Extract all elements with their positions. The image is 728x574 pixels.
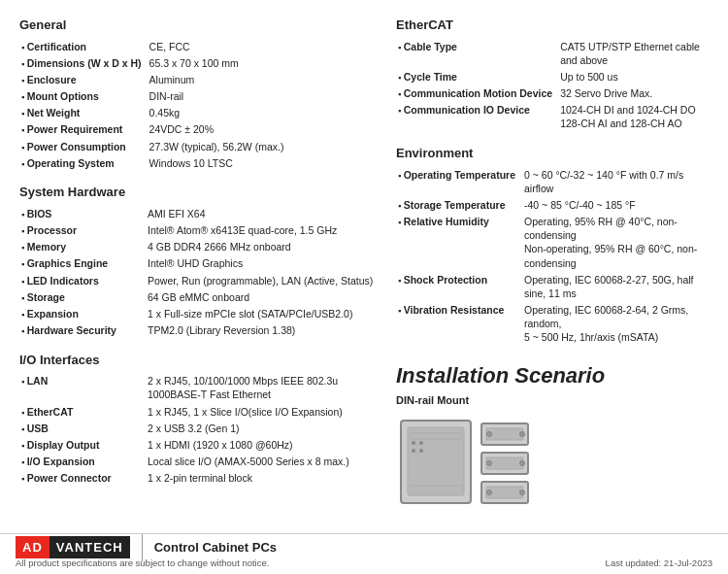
- table-row: Dimensions (W x D x H)65.3 x 70 x 100 mm: [19, 54, 379, 71]
- spec-value: Operating, IEC 60068-2-27, 50G, half sin…: [522, 271, 709, 301]
- svg-point-12: [520, 432, 525, 437]
- spec-label: Storage: [19, 288, 146, 305]
- spec-value: 65.3 x 70 x 100 mm: [148, 54, 379, 71]
- table-row: I/O ExpansionLocal slice I/O (AMAX-5000 …: [19, 454, 379, 470]
- spec-value: Aluminum: [148, 71, 379, 87]
- table-row: Power Consumption27.3W (typical), 56.2W …: [19, 138, 379, 154]
- spec-label: Certification: [19, 38, 148, 54]
- footer-logo-ad: AD: [16, 536, 50, 558]
- spec-value: 1 x 2-pin terminal block: [146, 470, 379, 487]
- device-svg: [396, 416, 551, 513]
- environment-section-title: Environment: [396, 146, 709, 160]
- spec-label: EtherCAT: [19, 403, 146, 420]
- spec-label: Communication Motion Device: [396, 85, 558, 102]
- table-row: Display Output1 x HDMI (1920 x 1080 @60H…: [19, 436, 379, 453]
- spec-value: 64 GB eMMC onboard: [146, 288, 379, 305]
- table-row: Storage64 GB eMMC onboard: [19, 288, 379, 305]
- spec-label: Vibration Resistance: [396, 302, 522, 347]
- spec-label: BIOS: [19, 205, 146, 221]
- table-row: Relative HumidityOperating, 95% RH @ 40°…: [396, 214, 709, 272]
- spec-label: USB: [19, 420, 146, 436]
- table-row: Communication IO Device1024-CH DI and 10…: [396, 102, 709, 132]
- svg-point-19: [487, 490, 492, 495]
- svg-point-16: [520, 461, 525, 466]
- io-interfaces-spec-table: LAN2 x RJ45, 10/100/1000 Mbps IEEE 802.3…: [19, 373, 379, 487]
- footer: AD VANTECH Control Cabinet PCs All produ…: [0, 533, 728, 574]
- io-interfaces-section-title: I/O Interfaces: [19, 353, 379, 367]
- table-row: Memory4 GB DDR4 2666 MHz onboard: [19, 239, 379, 255]
- footer-logo-vantech: VANTECH: [50, 536, 130, 558]
- spec-value: Intel® Atom® x6413E quad-core, 1.5 GHz: [146, 222, 379, 239]
- spec-value: -40 ~ 85 °C/-40 ~ 185 °F: [522, 196, 709, 213]
- svg-point-15: [487, 461, 492, 466]
- spec-value: 32 Servo Drive Max.: [558, 85, 709, 102]
- table-row: Expansion1 x Full-size mPCIe slot (SATA/…: [19, 305, 379, 321]
- table-row: Power Connector1 x 2-pin terminal block: [19, 470, 379, 487]
- spec-label: Processor: [19, 222, 146, 239]
- spec-label: Communication IO Device: [396, 102, 558, 132]
- system-hardware-spec-table: BIOSAMI EFI X64ProcessorIntel® Atom® x64…: [19, 205, 379, 338]
- spec-value: 24VDC ± 20%: [148, 121, 379, 138]
- spec-label: LED Indicators: [19, 272, 146, 288]
- spec-value: DIN-rail: [148, 88, 379, 105]
- table-row: Hardware SecurityTPM2.0 (Library Reversi…: [19, 322, 379, 339]
- spec-label: Enclosure: [19, 71, 148, 87]
- table-row: Cable TypeCAT5 UTP/STP Ethernet cable an…: [396, 38, 709, 68]
- table-row: Vibration ResistanceOperating, IEC 60068…: [396, 302, 709, 347]
- svg-point-8: [419, 449, 423, 453]
- table-row: ProcessorIntel® Atom® x6413E quad-core, …: [19, 222, 379, 239]
- spec-value: CAT5 UTP/STP Ethernet cable and above: [558, 38, 709, 68]
- table-row: Storage Temperature-40 ~ 85 °C/-40 ~ 185…: [396, 196, 709, 213]
- spec-value: CE, FCC: [148, 38, 379, 54]
- svg-point-5: [412, 441, 415, 445]
- footer-logo: AD VANTECH: [16, 536, 130, 558]
- spec-label: Graphics Engine: [19, 255, 146, 272]
- table-row: EnclosureAluminum: [19, 71, 379, 87]
- general-spec-table: CertificationCE, FCCDimensions (W x D x …: [19, 38, 379, 171]
- spec-value: 2 x RJ45, 10/100/1000 Mbps IEEE 802.3u10…: [146, 373, 379, 403]
- din-rail-image: [396, 416, 709, 513]
- spec-value: 4 GB DDR4 2666 MHz onboard: [146, 239, 379, 255]
- right-column: EtherCAT Cable TypeCAT5 UTP/STP Ethernet…: [379, 17, 709, 513]
- spec-value: 1 x RJ45, 1 x Slice I/O(slice I/O Expans…: [146, 403, 379, 420]
- spec-label: Relative Humidity: [396, 214, 522, 272]
- svg-point-11: [487, 432, 492, 437]
- spec-value: Operating, IEC 60068-2-64, 2 Grms, rando…: [522, 302, 709, 347]
- table-row: Shock ProtectionOperating, IEC 60068-2-2…: [396, 271, 709, 301]
- table-row: Operating SystemWindows 10 LTSC: [19, 154, 379, 171]
- spec-label: Cable Type: [396, 38, 558, 68]
- spec-label: I/O Expansion: [19, 454, 146, 470]
- footer-category: Control Cabinet PCs: [154, 540, 277, 555]
- spec-label: Cycle Time: [396, 68, 558, 84]
- spec-label: Expansion: [19, 305, 146, 321]
- spec-value: Local slice I/O (AMAX-5000 Series x 8 ma…: [146, 454, 379, 470]
- spec-value: Intel® UHD Graphics: [146, 255, 379, 272]
- svg-point-20: [520, 490, 525, 495]
- spec-label: Net Weight: [19, 105, 148, 121]
- table-row: Graphics EngineIntel® UHD Graphics: [19, 255, 379, 272]
- system-hardware-section-title: System Hardware: [19, 185, 379, 199]
- table-row: Operating Temperature0 ~ 60 °C/-32 ~ 140…: [396, 166, 709, 196]
- spec-value: 1 x HDMI (1920 x 1080 @60Hz): [146, 436, 379, 453]
- spec-label: Dimensions (W x D x H): [19, 54, 148, 71]
- table-row: CertificationCE, FCC: [19, 38, 379, 54]
- spec-value: AMI EFI X64: [146, 205, 379, 221]
- spec-value: Windows 10 LTSC: [148, 154, 379, 171]
- table-row: LAN2 x RJ45, 10/100/1000 Mbps IEEE 802.3…: [19, 373, 379, 403]
- svg-point-7: [412, 449, 415, 453]
- svg-rect-1: [408, 427, 464, 495]
- spec-value: 0 ~ 60 °C/-32 ~ 140 °F with 0.7 m/s airf…: [522, 166, 709, 196]
- table-row: Cycle TimeUp to 500 us: [396, 68, 709, 84]
- table-row: LED IndicatorsPower, Run (programmable),…: [19, 272, 379, 288]
- table-row: Power Requirement24VDC ± 20%: [19, 121, 379, 138]
- spec-value: Operating, 95% RH @ 40°C, non-condensing…: [522, 214, 709, 272]
- spec-value: 2 x USB 3.2 (Gen 1): [146, 420, 379, 436]
- left-column: General CertificationCE, FCCDimensions (…: [19, 17, 379, 513]
- spec-label: Shock Protection: [396, 271, 522, 301]
- spec-label: Power Connector: [19, 470, 146, 487]
- spec-value: Up to 500 us: [558, 68, 709, 84]
- spec-label: Operating System: [19, 154, 148, 171]
- spec-value: 27.3W (typical), 56.2W (max.): [148, 138, 379, 154]
- footer-note: All product specifications are subject t…: [16, 557, 269, 568]
- footer-date: Last updated: 21-Jul-2023: [606, 557, 712, 568]
